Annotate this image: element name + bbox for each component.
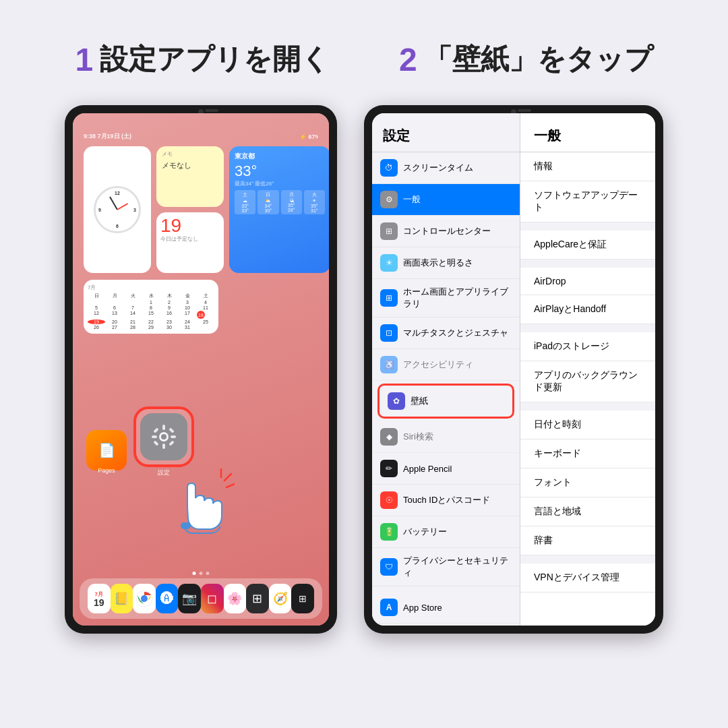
svg-line-15 — [224, 474, 231, 481]
appstore-settings-icon: A — [380, 599, 398, 616]
settings-item-multitask[interactable]: ⊡ マルチタスクとジェスチャ — [372, 317, 520, 349]
weather-city: 東京都 — [235, 152, 325, 161]
main-item-software[interactable]: ソフトウェアアップデート — [520, 181, 655, 222]
battery-label: バッテリー — [403, 526, 447, 538]
weather-temp: 33° — [235, 162, 325, 180]
settings-item-accessibility[interactable]: ♿ アクセシビリティ — [372, 349, 520, 381]
screentime-label: スクリーンタイム — [403, 162, 473, 174]
main-item-airdrop[interactable]: AirDrop — [520, 268, 655, 295]
privacy-icon: 🛡 — [380, 558, 398, 576]
main-item-info[interactable]: 情報 — [520, 152, 655, 181]
main-item-airplay[interactable]: AirPlayとHandoff — [520, 295, 655, 324]
battery-icon: 🔋 — [380, 523, 398, 541]
dock-notes-icon[interactable]: 📒 — [111, 584, 133, 613]
display-icon: ☀ — [380, 254, 398, 272]
dock-instagram-icon[interactable]: ◻ — [201, 584, 224, 613]
main-item-storage[interactable]: iPadのストレージ — [520, 332, 655, 361]
dock-appstore-icon[interactable]: 🅐 — [156, 584, 179, 613]
pages-label: Pages — [86, 467, 127, 474]
svg-rect-8 — [169, 440, 174, 446]
main-item-vpn[interactable]: VPNとデバイス管理 — [520, 564, 655, 593]
cal-month: 7月 — [88, 284, 214, 291]
svg-rect-6 — [171, 435, 176, 438]
screentime-icon: ⏱ — [380, 159, 398, 177]
settings-main-list: 情報 ソフトウェアアップデート AppleCareと保証 AirDrop Air… — [520, 152, 655, 593]
main-divider-4 — [520, 402, 655, 411]
control-center-icon: ⊞ — [380, 222, 398, 240]
svg-point-2 — [161, 434, 166, 439]
settings-main-header: 一般 — [520, 113, 655, 152]
cal-today-label: 今日は予定なし — [160, 235, 220, 243]
home-screen: 9:38 7月19日 (土) ⚡ 67% — [73, 113, 329, 626]
main-item-keyboard[interactable]: キーボード — [520, 439, 655, 468]
step1-text: 設定アプリを開く — [100, 40, 330, 78]
main-divider-5 — [520, 555, 655, 564]
svg-rect-5 — [152, 435, 157, 438]
dock-camera-icon[interactable]: 📷 — [178, 584, 201, 613]
main-item-language[interactable]: 言語と地域 — [520, 497, 655, 526]
ipad-right-frame: 設定 ⏱ スクリーンタイム ⚙ — [364, 105, 663, 634]
pencil-icon: ✏ — [380, 460, 398, 477]
siri-label: Siri検索 — [403, 431, 433, 443]
settings-sidebar-list: ⏱ スクリーンタイム ⚙ 一般 — [372, 152, 520, 626]
main-item-applecare[interactable]: AppleCareと保証 — [520, 231, 655, 260]
step1-number: 1 — [75, 41, 93, 78]
settings-item-display[interactable]: ☀ 画面表示と明るさ — [372, 247, 520, 279]
svg-rect-14 — [181, 522, 191, 529]
widgets-area: 12 3 6 9 メモ メモなし — [84, 146, 318, 273]
main-item-background[interactable]: アプリのバックグラウンド更新 — [520, 361, 655, 402]
svg-rect-9 — [153, 440, 158, 446]
settings-item-touchid[interactable]: ☉ Touch IDとパスコード — [372, 485, 520, 516]
status-time: 9:38 7月19日 (土) — [84, 132, 131, 141]
siri-icon: ◆ — [380, 428, 398, 446]
forecast-day-2: 日⛅34°30° — [257, 190, 278, 214]
status-wifi: ⚡ 67% — [299, 133, 318, 141]
sidebar-divider — [372, 586, 520, 592]
accessibility-label: アクセシビリティ — [403, 359, 473, 371]
settings-item-control-center[interactable]: ⊞ コントロールセンター — [372, 216, 520, 247]
settings-item-homescreen[interactable]: ⊞ ホーム画面とアプリライブラリ — [372, 279, 520, 317]
dock-photos-icon[interactable]: 🌸 — [224, 584, 247, 613]
dock: 7月 19 📒 — [80, 578, 322, 619]
settings-item-appstore[interactable]: A App Store — [372, 592, 520, 624]
step1-title: 1 設定アプリを開く — [75, 40, 330, 78]
dock-chrome-icon[interactable] — [133, 584, 156, 613]
main-item-datetime[interactable]: 日付と時刻 — [520, 411, 655, 439]
settings-item-wallpaper[interactable]: ✿ 壁紙 — [377, 384, 514, 419]
settings-item-general[interactable]: ⚙ 一般 — [372, 184, 520, 216]
control-center-label: コントロールセンター — [403, 225, 491, 237]
forecast-day-3: 月🌤35°28° — [281, 190, 302, 214]
settings-item-pencil[interactable]: ✏ Apple Pencil — [372, 453, 520, 485]
dock-grid-icon[interactable]: ⊞ — [246, 584, 269, 613]
steps-header: 1 設定アプリを開く 2 「壁紙」をタップ — [40, 40, 688, 78]
devices-container: 9:38 7月19日 (土) ⚡ 67% — [40, 105, 688, 634]
settings-highlight-ring[interactable] — [133, 406, 194, 467]
widget-memo: メモ メモなし — [156, 146, 224, 207]
dock-misc-icon[interactable]: ⊞ — [291, 584, 314, 613]
settings-sidebar-header: 設定 — [372, 113, 520, 152]
dock-safari-icon[interactable]: 🧭 — [269, 584, 292, 613]
svg-rect-10 — [169, 427, 174, 433]
main-item-fonts[interactable]: フォント — [520, 468, 655, 497]
homescreen-label: ホーム画面とアプリライブラリ — [403, 286, 512, 310]
settings-item-siri[interactable]: ◆ Siri検索 — [372, 421, 520, 453]
dock-calendar-icon[interactable]: 7月 19 — [88, 584, 111, 613]
homescreen-icon: ⊞ — [380, 289, 398, 307]
settings-item-battery[interactable]: 🔋 バッテリー — [372, 516, 520, 548]
chrome-icon-svg — [135, 590, 153, 607]
settings-item-wallet[interactable]: 💳 ウォレットと Apple Pay — [372, 624, 520, 626]
settings-item-screentime[interactable]: ⏱ スクリーンタイム — [372, 152, 520, 184]
main-item-dictionary[interactable]: 辞書 — [520, 526, 655, 555]
main-container: 1 設定アプリを開く 2 「壁紙」をタップ 9:38 7月19日 (土) ⚡ 6… — [0, 0, 728, 728]
pages-app-icon[interactable]: 📄 — [86, 430, 127, 471]
svg-line-16 — [226, 484, 235, 487]
svg-rect-4 — [162, 444, 165, 449]
touchid-label: Touch IDとパスコード — [403, 494, 490, 506]
touchid-icon: ☉ — [380, 491, 398, 509]
settings-item-privacy[interactable]: 🛡 プライバシーとセキュリティ — [372, 548, 520, 586]
settings-main-panel: 一般 情報 ソフトウェアアップデート AppleCareと保証 AirDrop … — [520, 113, 655, 626]
memo-content: メモなし — [162, 160, 218, 171]
privacy-label: プライバシーとセキュリティ — [403, 555, 512, 579]
widget-calendar-small: 19 今日は予定なし — [156, 212, 224, 273]
step2-text: 「壁紙」をタップ — [424, 40, 653, 78]
